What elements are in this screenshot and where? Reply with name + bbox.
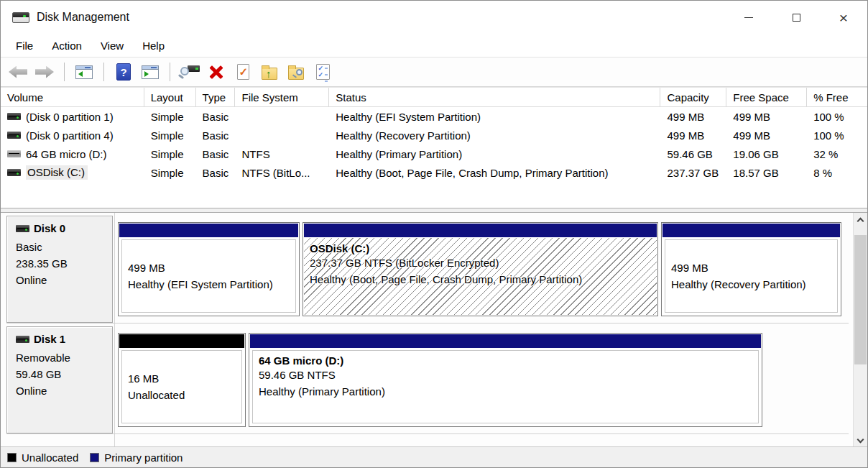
scroll-up-button[interactable] [854, 213, 867, 226]
scrollbar-thumb[interactable] [854, 235, 867, 364]
help-button[interactable]: ? [114, 62, 134, 82]
drive-icon [7, 132, 21, 139]
menu-file[interactable]: File [6, 36, 42, 55]
column-header-capacity[interactable]: Capacity [660, 88, 726, 106]
menu-view[interactable]: View [91, 36, 133, 55]
disk-type: Removable [16, 349, 105, 366]
back-icon [9, 66, 27, 78]
drive-icon [7, 169, 21, 176]
folder-up-icon: ↑ [262, 68, 277, 80]
legend-unallocated: Unallocated [7, 451, 78, 464]
delete-button[interactable] [206, 62, 226, 82]
unallocated-space[interactable]: 16 MB Unallocated [118, 333, 246, 427]
show-console-tree-icon [75, 65, 93, 79]
menu-action[interactable]: Action [42, 36, 91, 55]
check-document-button[interactable]: ✓ [233, 62, 253, 82]
show-console-tree-button[interactable] [74, 62, 94, 82]
volume-list-header: Volume Layout Type File System Status Ca… [1, 88, 867, 107]
column-header-pct-free[interactable]: % Free [807, 88, 867, 106]
column-header-volume[interactable]: Volume [1, 88, 144, 106]
disk-management-window: Disk Management × File Action View Help … [0, 0, 868, 468]
disk-size: 238.35 GB [16, 255, 105, 272]
disk-0-strip: 499 MB Healthy (EFI System Partition) OS… [113, 216, 849, 323]
close-button[interactable]: × [820, 1, 867, 34]
legend-bar: Unallocated Primary partition [1, 446, 867, 467]
inspect-drive-icon [180, 64, 200, 80]
menubar: File Action View Help [1, 34, 867, 58]
column-header-file-system[interactable]: File System [235, 88, 329, 106]
partition-64gb-micro-d[interactable]: 64 GB micro (D:) 59.46 GB NTFS Healthy (… [249, 333, 762, 427]
chevron-down-icon [857, 436, 864, 443]
minimize-button[interactable] [725, 1, 772, 34]
disk-type: Basic [16, 239, 105, 255]
graphical-view: Disk 0 Basic 238.35 GB Online 499 MB Hea… [1, 213, 867, 446]
disk-icon [16, 225, 29, 232]
titlebar: Disk Management × [1, 1, 867, 34]
check-document-icon: ✓ [237, 64, 249, 80]
disk-1-label[interactable]: Disk 1 Removable 59.48 GB Online [6, 326, 113, 433]
disk-size: 59.48 GB [16, 366, 105, 382]
primary-partition-swatch-icon [90, 453, 99, 462]
help-icon: ? [116, 63, 131, 81]
partition-color-bar [250, 334, 761, 348]
app-icon [12, 12, 29, 23]
folder-up-button[interactable]: ↑ [259, 62, 280, 82]
table-row[interactable]: (Disk 0 partition 1) Simple Basic Health… [1, 107, 867, 126]
partition-recovery[interactable]: 499 MB Healthy (Recovery Partition) [661, 222, 841, 316]
unallocated-color-bar [119, 334, 244, 348]
table-row[interactable]: (Disk 0 partition 4) Simple Basic Health… [1, 126, 867, 144]
show-action-pane-icon [142, 65, 159, 79]
pane-splitter[interactable] [1, 208, 867, 213]
toolbar: ? ✓ ↑ ✓ ✓ ✓ [1, 58, 867, 87]
forward-icon [35, 66, 54, 78]
maximize-icon [793, 14, 800, 22]
folder-search-button[interactable] [286, 62, 306, 82]
disk-1-row: Disk 1 Removable 59.48 GB Online 16 MB U… [6, 326, 849, 434]
menu-help[interactable]: Help [133, 36, 174, 55]
disk-icon [16, 336, 29, 343]
drive-icon [7, 113, 21, 120]
partition-color-bar [119, 224, 298, 237]
checklist-button[interactable]: ✓ ✓ ✓ [313, 62, 333, 82]
table-row[interactable]: 64 GB micro (D:) Simple Basic NTFS Healt… [1, 144, 867, 163]
partition-color-bar [662, 224, 840, 237]
table-row-selected[interactable]: OSDisk (C:) Simple Basic NTFS (BitLo... … [1, 163, 867, 182]
column-header-type[interactable]: Type [196, 88, 236, 106]
disk-status: Online [16, 382, 105, 399]
disk-0-row: Disk 0 Basic 238.35 GB Online 499 MB Hea… [6, 216, 849, 324]
disk-1-strip: 16 MB Unallocated 64 GB micro (D:) 59.46… [113, 326, 849, 433]
forward-button[interactable] [34, 62, 55, 82]
unallocated-swatch-icon [7, 453, 17, 462]
window-title: Disk Management [37, 11, 129, 24]
toolbar-separator [64, 63, 65, 81]
back-button[interactable] [8, 62, 28, 82]
scroll-down-button[interactable] [854, 433, 867, 446]
legend-primary-partition: Primary partition [90, 451, 183, 464]
toolbar-separator [170, 63, 170, 81]
vertical-scrollbar[interactable] [853, 213, 867, 446]
partition-osdisk-c[interactable]: OSDisk (C:) 237.37 GB NTFS (BitLocker En… [303, 222, 658, 316]
minimize-icon [744, 17, 753, 18]
close-icon: × [839, 10, 848, 25]
show-action-pane-button[interactable] [140, 62, 160, 82]
delete-icon [208, 64, 224, 80]
partition-color-bar [304, 224, 657, 237]
column-header-free-space[interactable]: Free Space [726, 88, 807, 106]
disk-status: Online [16, 272, 105, 288]
volume-list: Volume Layout Type File System Status Ca… [1, 87, 867, 208]
toolbar-separator [103, 63, 104, 81]
inspect-drive-button[interactable] [180, 62, 200, 82]
column-header-layout[interactable]: Layout [144, 88, 196, 106]
column-header-status[interactable]: Status [329, 88, 660, 106]
partition-efi-system[interactable]: 499 MB Healthy (EFI System Partition) [118, 222, 300, 316]
folder-search-icon [288, 68, 304, 80]
checklist-icon: ✓ ✓ ✓ [316, 64, 330, 80]
disk-0-label[interactable]: Disk 0 Basic 238.35 GB Online [6, 216, 113, 323]
maximize-button[interactable] [772, 1, 820, 34]
drive-icon [7, 150, 21, 157]
chevron-up-icon [857, 217, 864, 224]
